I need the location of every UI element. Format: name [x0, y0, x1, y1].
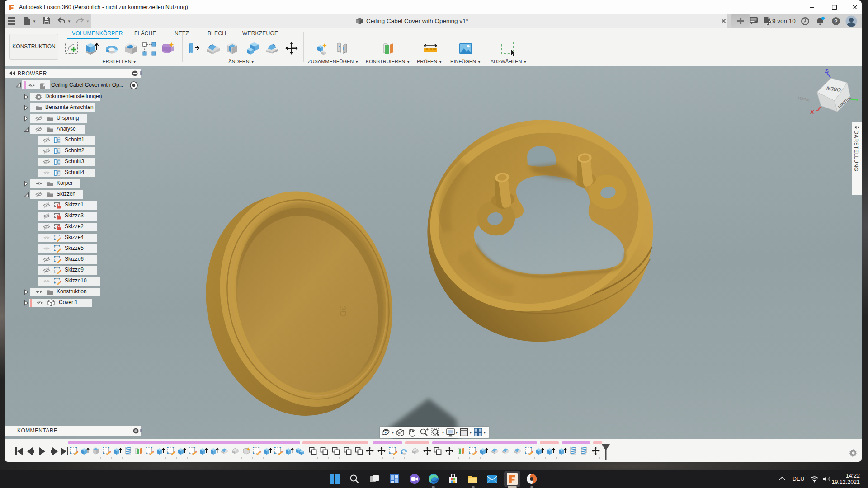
- svg-text:3D: 3D: [338, 305, 348, 317]
- svg-text:X: X: [810, 109, 815, 115]
- svg-text:VORNE: VORNE: [796, 96, 812, 102]
- svg-text:?: ?: [834, 18, 838, 25]
- svg-text:Z: Z: [824, 68, 829, 74]
